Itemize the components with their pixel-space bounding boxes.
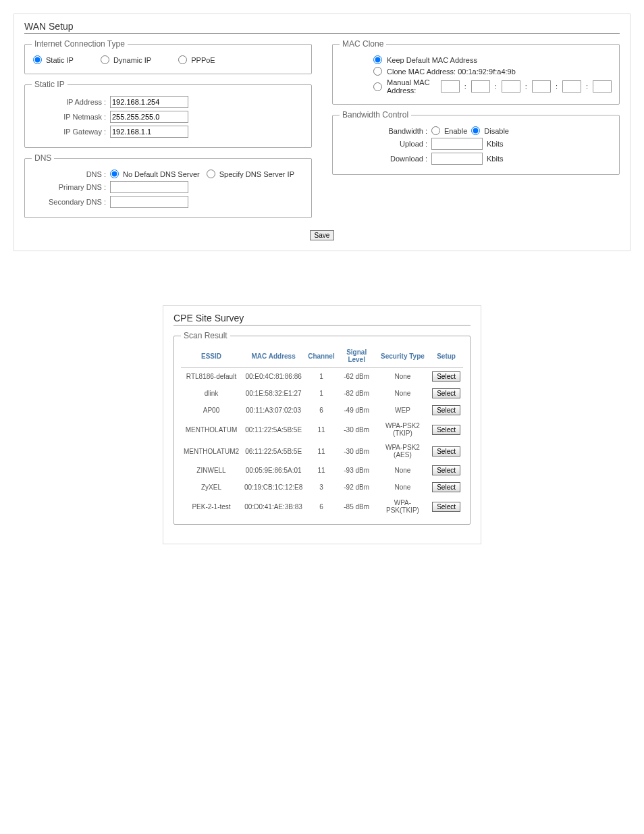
table-row: RTL8186-default00:E0:4C:81:86:861-62 dBm… xyxy=(181,368,463,386)
cell-channel: 11 xyxy=(305,462,337,479)
table-row: MENTHOLATUM206:11:22:5A:5B:5E11-30 dBmWP… xyxy=(181,440,463,462)
radio-clone-mac[interactable]: Clone MAC Address: 00:1a:92:9f:a4:9b xyxy=(373,67,516,76)
th-channel: Channel xyxy=(305,344,337,368)
radio-bw-enable[interactable]: Enable xyxy=(431,126,467,135)
table-row: ZINWELL00:05:9E:86:5A:0111-93 dBmNoneSel… xyxy=(181,462,463,479)
cell-channel: 11 xyxy=(305,440,337,462)
download-label: Download : xyxy=(380,155,427,163)
select-button[interactable]: Select xyxy=(432,371,460,382)
cell-security: None xyxy=(376,462,430,479)
save-button[interactable]: Save xyxy=(310,230,335,240)
th-essid: ESSID xyxy=(181,344,242,368)
ip-address-input[interactable] xyxy=(110,96,188,108)
upload-label: Upload : xyxy=(380,140,427,148)
cell-signal: -82 dBm xyxy=(338,385,376,402)
radio-manual-mac[interactable]: Manual MAC Address: xyxy=(373,78,436,95)
secondary-dns-input[interactable] xyxy=(110,196,188,208)
table-row: MENTHOLATUM00:11:22:5A:5B:5E11-30 dBmWPA… xyxy=(181,419,463,440)
cell-mac: 00:19:CB:1C:12:E8 xyxy=(242,479,305,496)
dns-legend: DNS xyxy=(32,153,54,163)
radio-keep-mac[interactable]: Keep Default MAC Address xyxy=(373,55,477,64)
select-button[interactable]: Select xyxy=(432,482,460,492)
table-row: dlink00:1E:58:32:E1:271-82 dBmNoneSelect xyxy=(181,385,463,402)
dns-mode-label: DNS : xyxy=(32,170,110,178)
bandwidth-control-fieldset: Bandwidth Control Bandwidth : Enable Dis… xyxy=(332,110,620,175)
cpe-site-survey-panel: CPE Site Survey Scan Result ESSID MAC Ad… xyxy=(163,305,481,544)
wan-title: WAN Setup xyxy=(24,21,620,34)
radio-no-default-dns[interactable]: No Default DNS Server xyxy=(110,170,200,178)
cell-essid: MENTHOLATUM2 xyxy=(181,440,242,462)
cell-mac: 00:05:9E:86:5A:01 xyxy=(242,462,305,479)
cell-signal: -30 dBm xyxy=(338,419,376,440)
ip-netmask-label: IP Netmask : xyxy=(32,113,110,121)
conn-type-legend: Internet Connection Type xyxy=(32,39,128,49)
ip-gateway-input[interactable] xyxy=(110,126,188,138)
mac-clone-legend: MAC Clone xyxy=(340,39,386,49)
radio-static-ip[interactable]: Static IP xyxy=(33,55,74,64)
cell-mac: 00:D0:41:AE:3B:83 xyxy=(242,496,305,517)
dns-fieldset: DNS DNS : No Default DNS Server Specify … xyxy=(24,153,312,218)
th-security: Security Type xyxy=(376,344,430,368)
download-unit: Kbits xyxy=(487,155,503,163)
cell-mac: 00:1E:58:32:E1:27 xyxy=(242,385,305,402)
select-button[interactable]: Select xyxy=(432,502,460,512)
cell-essid: ZyXEL xyxy=(181,479,242,496)
primary-dns-input[interactable] xyxy=(110,181,188,193)
cell-channel: 6 xyxy=(305,402,337,419)
cell-security: None xyxy=(376,385,430,402)
select-button[interactable]: Select xyxy=(432,425,460,435)
radio-bw-disable[interactable]: Disable xyxy=(471,126,509,135)
cell-signal: -85 dBm xyxy=(338,496,376,517)
mac-octet-3[interactable] xyxy=(502,80,520,93)
secondary-dns-label: Secondary DNS : xyxy=(32,198,110,206)
mac-clone-fieldset: MAC Clone Keep Default MAC Address Clone… xyxy=(332,39,620,105)
static-ip-fieldset: Static IP IP Address : IP Netmask : IP G… xyxy=(24,80,312,148)
cell-mac: 06:11:22:5A:5B:5E xyxy=(242,440,305,462)
mac-octet-4[interactable] xyxy=(532,80,551,93)
download-input[interactable] xyxy=(431,153,483,165)
cell-signal: -92 dBm xyxy=(338,479,376,496)
select-button[interactable]: Select xyxy=(432,465,460,475)
th-signal: Signal Level xyxy=(338,344,376,368)
ip-netmask-input[interactable] xyxy=(110,111,188,123)
select-button[interactable]: Select xyxy=(432,388,460,398)
internet-connection-type: Internet Connection Type Static IP Dynam… xyxy=(24,39,312,74)
upload-unit: Kbits xyxy=(487,140,503,148)
cell-channel: 3 xyxy=(305,479,337,496)
cell-security: WPA-PSK2 (TKIP) xyxy=(376,419,430,440)
cell-security: None xyxy=(376,368,430,386)
radio-specify-dns[interactable]: Specify DNS Server IP xyxy=(207,170,294,178)
primary-dns-label: Primary DNS : xyxy=(32,183,110,191)
radio-pppoe[interactable]: PPPoE xyxy=(178,55,215,64)
cell-channel: 1 xyxy=(305,385,337,402)
cell-mac: 00:11:22:5A:5B:5E xyxy=(242,419,305,440)
survey-title: CPE Site Survey xyxy=(173,313,471,325)
scan-result-table: ESSID MAC Address Channel Signal Level S… xyxy=(181,344,463,517)
cell-signal: -93 dBm xyxy=(338,462,376,479)
select-button[interactable]: Select xyxy=(432,446,460,457)
ip-gateway-label: IP Gateway : xyxy=(32,128,110,136)
static-ip-legend: Static IP xyxy=(32,80,68,89)
cell-security: WPA-PSK(TKIP) xyxy=(376,496,430,517)
cell-essid: PEK-2-1-test xyxy=(181,496,242,517)
radio-dynamic-ip[interactable]: Dynamic IP xyxy=(101,55,151,64)
cell-essid: dlink xyxy=(181,385,242,402)
ip-address-label: IP Address : xyxy=(32,98,110,106)
wan-setup-panel: WAN Setup Internet Connection Type Stati… xyxy=(14,14,630,251)
cell-security: None xyxy=(376,479,430,496)
cell-mac: 00:11:A3:07:02:03 xyxy=(242,402,305,419)
cell-security: WPA-PSK2 (AES) xyxy=(376,440,430,462)
mac-octet-1[interactable] xyxy=(441,80,460,93)
select-button[interactable]: Select xyxy=(432,405,460,415)
cell-signal: -49 dBm xyxy=(338,402,376,419)
upload-input[interactable] xyxy=(431,138,483,150)
cell-signal: -62 dBm xyxy=(338,368,376,386)
cell-essid: RTL8186-default xyxy=(181,368,242,386)
mac-octet-6[interactable] xyxy=(593,80,612,93)
mac-octet-5[interactable] xyxy=(562,80,581,93)
scan-result-fieldset: Scan Result ESSID MAC Address Channel Si… xyxy=(173,331,471,525)
th-setup: Setup xyxy=(429,344,463,368)
table-row: PEK-2-1-test00:D0:41:AE:3B:836-85 dBmWPA… xyxy=(181,496,463,517)
mac-octet-2[interactable] xyxy=(471,80,490,93)
cell-essid: MENTHOLATUM xyxy=(181,419,242,440)
